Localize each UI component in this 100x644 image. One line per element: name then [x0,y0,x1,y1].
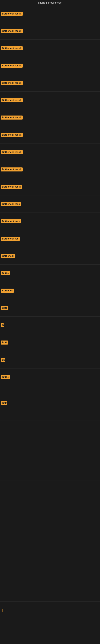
bottleneck-badge-2[interactable]: Bottleneck result [1,29,23,33]
empty-section-1 [0,420,100,481]
result-row-3: Bottleneck result [0,40,100,57]
bottleneck-badge-16[interactable]: Bottle [1,271,10,275]
result-row-19: B [0,316,100,334]
result-row-final: | [0,602,100,619]
bottleneck-badge-14[interactable]: Bottleneck res [1,237,20,241]
result-row-2: Bottleneck result [0,22,100,40]
bottleneck-badge-final[interactable]: | [1,608,3,612]
result-row-23: Bolt [0,386,100,420]
bottleneck-badge-7[interactable]: Bottleneck result [1,116,23,120]
result-row-11: Bottleneck resul [0,178,100,196]
result-row-16: Bottle [0,265,100,282]
result-row-6: Bottleneck result [0,92,100,109]
bottleneck-badge-22[interactable]: Bottle [1,375,10,379]
bottleneck-badge-3[interactable]: Bottleneck result [1,46,23,50]
result-row-22: Bottle [0,368,100,386]
bottleneck-badge-11[interactable]: Bottleneck resul [1,185,22,189]
result-row-14: Bottleneck res [0,230,100,247]
result-row-12: Bottleneck resu [0,196,100,213]
empty-section-2 [0,481,100,541]
bottleneck-badge-18[interactable]: Bott [1,306,8,310]
bottleneck-badge-19[interactable]: B [1,323,3,327]
result-row-17: Bottlenec [0,282,100,299]
result-row-13: Bottleneck resu [0,213,100,230]
bottleneck-badge-1[interactable]: Bottleneck result [1,12,23,16]
bottleneck-badge-20[interactable]: Bott [1,340,8,344]
bottleneck-badge-13[interactable]: Bottleneck resu [1,219,21,224]
bottleneck-badge-21[interactable]: Bo [1,358,5,362]
bottleneck-badge-8[interactable]: Bottleneck result [1,133,23,137]
result-row-4: Bottleneck result [0,57,100,74]
bottleneck-badge-10[interactable]: Bottleneck result [1,168,23,172]
result-row-7: Bottleneck result [0,109,100,126]
bottleneck-badge-4[interactable]: Bottleneck result [1,64,23,68]
bottleneck-badge-5[interactable]: Bottleneck result [1,81,23,85]
result-row-21: Bo [0,351,100,368]
result-row-8: Bottleneck result [0,126,100,144]
bottleneck-badge-15[interactable]: Bottleneck [1,254,15,258]
result-row-9: Bottleneck result [0,144,100,161]
bottleneck-badge-9[interactable]: Bottleneck result [1,150,23,154]
page-wrapper: TheBottlenecker.com Bottleneck result Bo… [0,0,100,644]
bottleneck-badge-17[interactable]: Bottlenec [1,288,14,292]
result-row-18: Bott [0,299,100,316]
site-header: TheBottlenecker.com [0,0,100,5]
result-row-1: Bottleneck result [0,5,100,22]
result-row-10: Bottleneck result [0,161,100,178]
bottleneck-badge-6[interactable]: Bottleneck result [1,98,23,102]
bottleneck-badge-23[interactable]: Bolt [1,401,7,405]
result-row-15: Bottleneck [0,247,100,265]
empty-section-3 [0,541,100,602]
result-row-5: Bottleneck result [0,74,100,92]
result-row-20: Bott [0,334,100,351]
bottleneck-badge-12[interactable]: Bottleneck resu [1,202,21,206]
